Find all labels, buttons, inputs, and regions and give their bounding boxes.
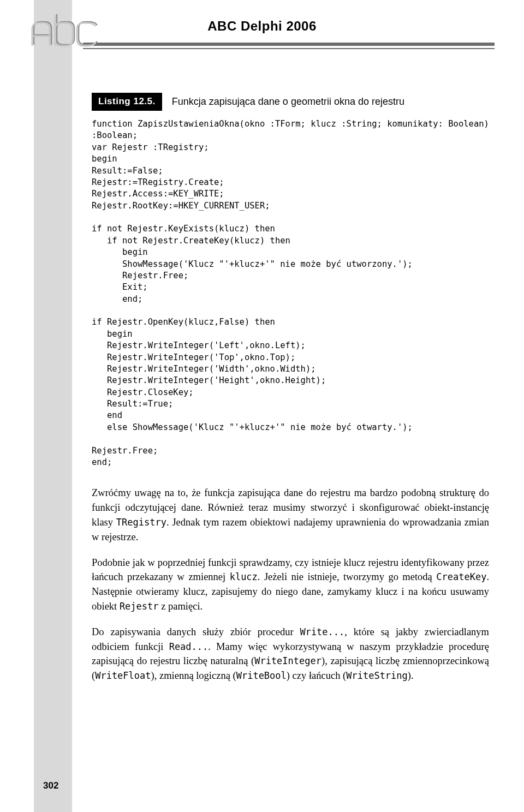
paragraph-1: Zwróćmy uwagę na to, że funkcja zapisują… [92,486,489,544]
listing-caption: Funkcja zapisująca dane o geometrii okna… [162,93,404,111]
text: Do zapisywania danych służy zbiór proced… [92,626,300,637]
text: ) czy łańcuch ( [287,670,346,681]
inline-code: TRegistry [116,517,166,528]
paragraph-2: Podobnie jak w poprzedniej funkcji spraw… [92,556,489,614]
inline-code: klucz [230,571,258,582]
inline-code: WriteFloat [95,670,151,681]
text: ), zmienną logiczną ( [151,670,236,681]
inline-code: Rejestr [120,601,159,612]
code-listing: function ZapiszUstawieniaOkna(okno :TFor… [92,118,489,468]
text: ). [408,670,414,681]
inline-code: WriteBool [236,670,287,681]
inline-code: WriteString [346,670,408,681]
text: z pamięci. [159,601,203,612]
inline-code: Write... [300,626,344,637]
listing-badge: Listing 12.5. [92,93,162,111]
page-number: 302 [43,780,58,791]
inline-code: CreateKey [436,571,486,582]
inline-code: WriteInteger [254,655,321,666]
abc-logo [29,12,102,52]
listing-header: Listing 12.5. Funkcja zapisująca dane o … [92,93,489,111]
header-divider [83,43,495,49]
main-content: Listing 12.5. Funkcja zapisująca dane o … [92,93,489,694]
inline-code: Read... [169,641,209,652]
side-stripe [34,0,72,812]
text: . Jeżeli nie istnieje, tworzymy go metod… [258,571,436,582]
paragraph-3: Do zapisywania danych służy zbiór proced… [92,625,489,683]
